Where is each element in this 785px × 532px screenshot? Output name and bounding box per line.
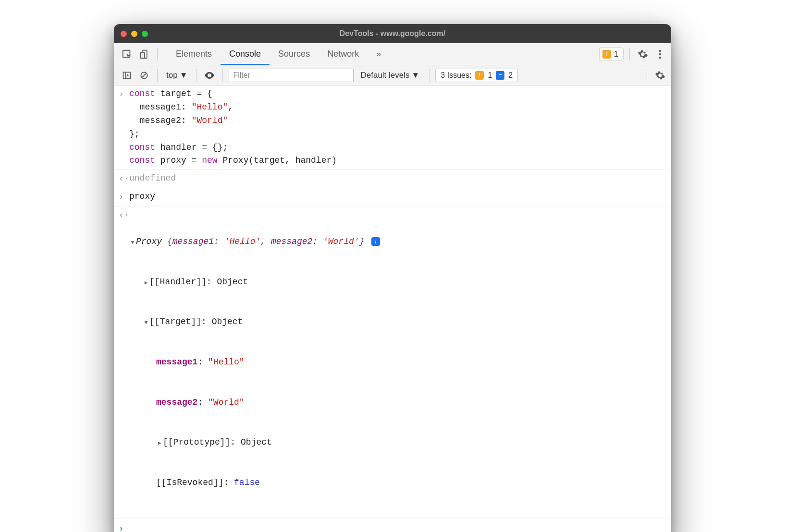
- object-property[interactable]: [[Target]]: Object: [129, 315, 665, 329]
- context-selector[interactable]: top ▼: [163, 71, 190, 80]
- maximize-window-button[interactable]: [142, 31, 148, 37]
- more-menu-icon[interactable]: [653, 47, 667, 61]
- window-controls: [121, 31, 148, 37]
- tab-network[interactable]: Network: [319, 43, 368, 65]
- chevron-down-icon: ▼: [412, 71, 420, 80]
- info-icon[interactable]: i: [371, 237, 380, 246]
- console-result-row: ‹· undefined: [114, 170, 671, 188]
- separator: [196, 69, 196, 82]
- console-input-row[interactable]: › proxy: [114, 188, 671, 206]
- inspect-element-icon[interactable]: [120, 47, 134, 61]
- separator: [157, 48, 158, 60]
- console-output: › const target = { message1: "Hello", me…: [114, 85, 671, 532]
- levels-label: Default levels: [360, 71, 409, 80]
- device-toggle-icon[interactable]: [137, 47, 151, 61]
- issues-info-count: 2: [508, 71, 513, 80]
- object-property: message1: "Hello": [129, 356, 665, 369]
- console-sidebar-toggle-icon[interactable]: [120, 68, 134, 83]
- info-icon: =: [496, 71, 504, 80]
- object-header[interactable]: Proxy {message1: 'Hello', message2: 'Wor…: [129, 235, 665, 249]
- console-input-empty[interactable]: [129, 522, 665, 532]
- code-block: const target = { message1: "Hello", mess…: [129, 87, 665, 168]
- svg-point-4: [659, 53, 661, 55]
- live-expression-icon[interactable]: [202, 68, 217, 83]
- tab-more[interactable]: »: [368, 43, 390, 65]
- window-title: DevTools - www.google.com/: [114, 29, 671, 38]
- svg-point-5: [659, 56, 661, 58]
- filter-input[interactable]: [229, 69, 354, 82]
- tab-console[interactable]: Console: [221, 43, 270, 65]
- expand-toggle-icon[interactable]: [143, 315, 149, 329]
- expand-toggle-icon[interactable]: [156, 436, 163, 449]
- warning-icon: !: [602, 50, 611, 59]
- console-settings-icon[interactable]: [653, 68, 667, 83]
- svg-rect-2: [141, 52, 145, 58]
- separator: [629, 48, 630, 60]
- svg-rect-6: [123, 72, 131, 78]
- console-input-row[interactable]: › const target = { message1: "Hello", me…: [114, 85, 671, 170]
- main-toolbar: Elements Console Sources Network » ! 1: [114, 43, 671, 65]
- object-property[interactable]: [[Handler]]: Object: [129, 276, 665, 289]
- warning-icon: !: [475, 71, 484, 80]
- svg-point-3: [659, 49, 661, 51]
- titlebar: DevTools - www.google.com/: [114, 24, 671, 43]
- chevron-down-icon: ▼: [180, 71, 188, 80]
- separator: [647, 69, 647, 82]
- separator: [429, 69, 429, 82]
- warning-count: 1: [614, 50, 618, 59]
- object-property: [[IsRevoked]]: false: [129, 476, 665, 490]
- console-result-row: ‹· Proxy {message1: 'Hello', message2: '…: [114, 206, 671, 519]
- input-chevron-icon: ›: [119, 87, 129, 168]
- output-chevron-icon: ‹·: [119, 208, 129, 516]
- expand-toggle-icon[interactable]: [143, 276, 149, 289]
- separator: [157, 69, 158, 82]
- undefined-result: undefined: [129, 172, 665, 186]
- console-toolbar: top ▼ Default levels ▼ 3 Issues: ! 1 = 2: [114, 65, 671, 85]
- issues-label: 3 Issues:: [441, 71, 471, 80]
- output-chevron-icon: ‹·: [119, 172, 129, 186]
- input-chevron-icon: ›: [119, 522, 129, 532]
- log-levels-selector[interactable]: Default levels ▼: [356, 71, 423, 80]
- code-input: proxy: [129, 190, 665, 204]
- clear-console-icon[interactable]: [137, 68, 151, 83]
- tab-elements[interactable]: Elements: [167, 43, 221, 65]
- proxy-object-output: Proxy {message1: 'Hello', message2: 'Wor…: [129, 208, 665, 516]
- expand-toggle-icon[interactable]: [129, 235, 136, 249]
- minimize-window-button[interactable]: [131, 31, 137, 37]
- issues-button[interactable]: 3 Issues: ! 1 = 2: [435, 69, 518, 82]
- devtools-window: DevTools - www.google.com/ Elements Cons…: [114, 24, 671, 532]
- separator: [222, 69, 223, 82]
- warnings-badge[interactable]: ! 1: [599, 48, 624, 61]
- close-window-button[interactable]: [121, 31, 127, 37]
- issues-warn-count: 1: [488, 71, 492, 80]
- svg-rect-0: [123, 50, 130, 57]
- console-prompt[interactable]: ›: [114, 519, 671, 532]
- tab-sources[interactable]: Sources: [270, 43, 319, 65]
- context-label: top: [166, 71, 178, 80]
- object-property: message2: "World": [129, 396, 665, 410]
- object-property[interactable]: [[Prototype]]: Object: [129, 436, 665, 449]
- panel-tabs: Elements Console Sources Network »: [167, 43, 390, 65]
- settings-icon[interactable]: [636, 47, 650, 61]
- input-chevron-icon: ›: [119, 190, 129, 204]
